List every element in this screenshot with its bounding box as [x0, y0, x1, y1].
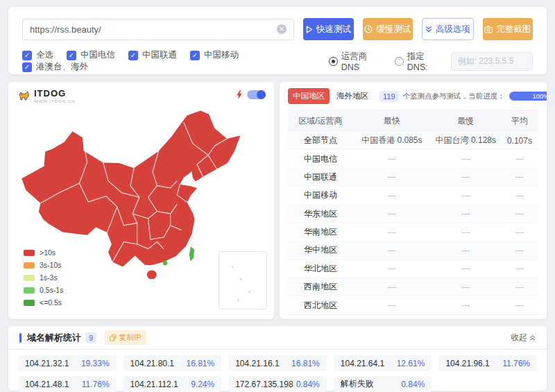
ip-percentage: 16.81%: [186, 359, 214, 368]
row-value: 中国香港 0.085s: [353, 132, 431, 150]
table-row: 西北地区---------: [288, 296, 538, 314]
ip-address: 104.21.48.1: [25, 380, 69, 389]
table-row: 华中地区---------: [288, 241, 538, 259]
url-input[interactable]: https://rss.beauty/ ✕: [22, 19, 294, 40]
legend-label: 3s-10s: [40, 261, 62, 269]
ip-stat-item[interactable]: 172.67.135.1980.84%: [228, 376, 327, 392]
url-value: https://rss.beauty/: [30, 24, 101, 35]
radio-unselected-icon: [395, 57, 404, 66]
camera-icon: [484, 26, 493, 33]
row-value: ---: [501, 278, 538, 296]
ip-address: 104.21.16.1: [235, 359, 279, 368]
legend-swatch: [24, 250, 35, 256]
test-toolbar-card: https://rss.beauty/ ✕ 快速测试 缓慢测试 高级选项 完整截…: [8, 7, 547, 74]
row-label: 中国电信: [288, 150, 353, 168]
row-value: ---: [501, 150, 538, 168]
clear-url-icon[interactable]: ✕: [277, 24, 287, 34]
play-icon: [306, 26, 313, 33]
ip-stat-item[interactable]: 104.21.112.19.24%: [123, 376, 222, 392]
radio-custom-dns[interactable]: 指定DNS:: [395, 51, 443, 72]
legend-swatch: [24, 275, 35, 281]
table-row: 东北地区---------: [288, 314, 538, 319]
dns-stats-title: 域名解析统计: [27, 332, 81, 344]
legend-item: 1s-3s: [24, 273, 63, 282]
checkbox-china-telecom[interactable]: ✓中国电信: [67, 49, 115, 61]
row-value: ---: [353, 168, 431, 186]
advanced-options-button[interactable]: 高级选项: [422, 18, 474, 40]
legend-item: 3s-10s: [24, 261, 63, 269]
table-row: 中国电信---------: [288, 150, 538, 168]
fast-test-button[interactable]: 快速测试: [303, 18, 354, 40]
row-label: 华东地区: [288, 205, 353, 223]
radio-isp-dns[interactable]: 运营商DNS: [329, 51, 384, 72]
ip-percentage: 19.33%: [81, 359, 110, 368]
full-screenshot-button[interactable]: 完整截图: [483, 18, 533, 40]
results-table-body: 全部节点中国香港 0.085s中国台湾 0.128s0.107s中国电信----…: [288, 132, 538, 319]
checkbox-label: 中国联通: [142, 49, 177, 61]
ip-grid: 104.21.32.119.33%104.21.80.116.81%104.21…: [8, 350, 547, 392]
row-label: 全部节点: [288, 132, 353, 150]
slow-test-button[interactable]: 缓慢测试: [363, 18, 413, 40]
checkbox-china-mobile[interactable]: ✓中国移动: [190, 49, 239, 61]
clock-icon: [364, 25, 373, 33]
monitor-count-badge: 119: [379, 91, 399, 102]
ip-address: 104.21.80.1: [130, 359, 174, 368]
ip-stat-item[interactable]: 104.21.80.116.81%: [123, 355, 222, 371]
row-value: ---: [353, 205, 431, 223]
ip-stat-item[interactable]: 104.21.48.111.76%: [18, 376, 117, 392]
row-value: ---: [431, 296, 501, 314]
ip-stat-item[interactable]: 104.21.64.112.61%: [334, 355, 432, 371]
ip-stat-item[interactable]: 104.21.96.111.76%: [438, 355, 537, 371]
progress-bar: 100%: [509, 92, 547, 101]
table-row: 全部节点中国香港 0.085s中国台湾 0.128s0.107s: [288, 132, 538, 150]
row-label: 华中地区: [288, 241, 353, 259]
ip-address: 172.67.135.198: [235, 380, 293, 389]
row-value: ---: [501, 314, 538, 319]
row-label: 华南地区: [288, 223, 353, 241]
row-value: ---: [501, 187, 538, 205]
tab-china-region[interactable]: 中国地区: [288, 88, 330, 104]
legend-item: 0.5s-1s: [24, 286, 63, 294]
itdog-logo: ITDOG WWW.ITDOG.CN: [18, 89, 76, 103]
checkbox-label: 中国移动: [204, 49, 239, 61]
legend-swatch: [24, 262, 35, 269]
ip-address: 104.21.112.1: [130, 380, 178, 389]
title-accent-bar: [19, 333, 22, 343]
checkbox-checked-icon: ✓: [128, 51, 138, 60]
legend-label: >10s: [40, 248, 56, 257]
checkbox-china-unicom[interactable]: ✓中国联通: [128, 49, 177, 61]
logo-subtitle: WWW.ITDOG.CN: [34, 99, 76, 103]
legend-swatch: [24, 287, 35, 293]
checkbox-hmt-overseas[interactable]: ✓港澳台、海外: [22, 61, 88, 73]
row-value: ---: [501, 205, 538, 223]
row-label: 西南地区: [288, 278, 353, 296]
table-header-row: 区域/运营商 最快 最慢 平均: [288, 110, 538, 132]
dns-radio-group: 运营商DNS 指定DNS: 例如: 223.5.5.5: [322, 51, 533, 72]
row-value: ---: [501, 296, 538, 314]
table-row: 西南地区---------: [288, 278, 538, 296]
ip-stat-item[interactable]: 104.21.32.119.33%: [18, 355, 117, 371]
row-value: ---: [501, 168, 538, 186]
row-value: ---: [353, 296, 431, 314]
map-panel-card: ITDOG WWW.ITDOG.CN: [8, 82, 274, 319]
row-value: ---: [353, 259, 431, 278]
checkbox-select-all[interactable]: ✓全选: [22, 49, 53, 61]
tab-overseas-region[interactable]: 海外地区: [334, 88, 371, 104]
legend-item: >10s: [24, 248, 63, 257]
ip-stat-item[interactable]: 104.21.16.116.81%: [228, 355, 327, 371]
logo-text: ITDOG: [34, 89, 76, 98]
radio-selected-icon: [329, 57, 338, 66]
row-label: 中国联通: [288, 168, 353, 186]
ip-stat-item[interactable]: 解析失败0.84%: [334, 376, 432, 392]
row-value: ---: [431, 150, 501, 168]
checkbox-group: ✓全选✓中国电信✓中国联通✓中国移动✓港澳台、海外: [22, 49, 322, 73]
legend-label: <=0.5s: [40, 298, 62, 307]
collapse-button[interactable]: 收起: [511, 332, 536, 343]
realtime-toggle[interactable]: [247, 90, 266, 99]
row-value: ---: [353, 314, 431, 319]
copy-ip-button[interactable]: 复制IP: [105, 330, 146, 345]
progress-value: 100%: [532, 92, 547, 100]
custom-dns-input[interactable]: 例如: 223.5.5.5: [451, 52, 533, 71]
ip-address: 104.21.96.1: [445, 359, 489, 368]
ip-percentage: 12.61%: [397, 359, 425, 368]
